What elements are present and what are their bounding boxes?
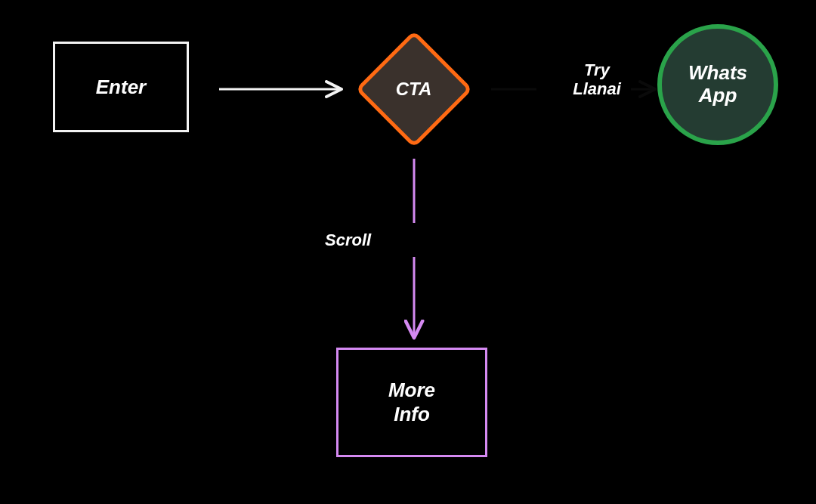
try-line2: Llanai bbox=[573, 79, 621, 98]
whatsapp-line1: Whats bbox=[688, 61, 747, 84]
node-cta: CTA bbox=[355, 30, 472, 147]
node-whatsapp-label: Whats App bbox=[688, 62, 747, 107]
node-enter: Enter bbox=[53, 42, 189, 132]
node-whatsapp: Whats App bbox=[657, 24, 778, 145]
flow-diagram: Enter CTA Whats App More Info Scroll Try… bbox=[0, 0, 816, 504]
moreinfo-line1: More bbox=[388, 379, 435, 401]
node-more-info: More Info bbox=[336, 348, 487, 457]
whatsapp-line2: App bbox=[699, 84, 737, 107]
moreinfo-line2: Info bbox=[394, 403, 430, 425]
node-more-info-label: More Info bbox=[388, 379, 435, 425]
node-enter-label: Enter bbox=[96, 76, 146, 99]
node-cta-label: CTA bbox=[355, 30, 472, 147]
edge-label-scroll: Scroll bbox=[325, 230, 371, 249]
try-line1: Try bbox=[584, 60, 610, 79]
edge-label-try-llanai: Try Llanai bbox=[555, 60, 638, 99]
